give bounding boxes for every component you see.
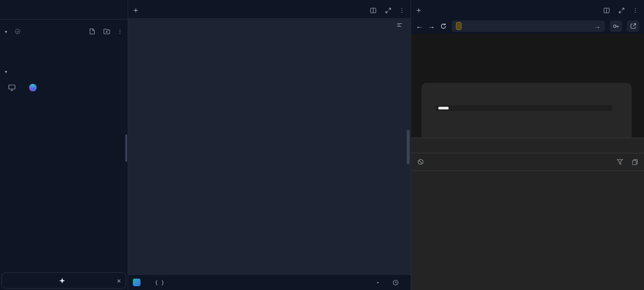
workspace-monitor-icon[interactable] [6, 81, 18, 94]
copy-icon[interactable] [631, 159, 638, 165]
upload-section [422, 83, 632, 138]
editor-menu-icon[interactable]: ⋮ [399, 7, 405, 14]
colorful-orb-icon[interactable] [27, 81, 39, 94]
sync-check-icon [14, 29, 21, 34]
url-host-chip[interactable] [456, 22, 462, 30]
new-tab-button[interactable]: + [411, 3, 426, 18]
split-view-icon[interactable] [370, 8, 377, 13]
history-clock-icon [392, 280, 399, 286]
files-menu-icon[interactable]: ⋮ [117, 28, 123, 35]
webview-pane: + ⋮ ← → → [411, 0, 644, 290]
join-replit-core-button[interactable]: × [1, 272, 126, 289]
ai-icon[interactable] [133, 279, 141, 286]
sidebar: ▾ ⋮ ▾ [0, 0, 128, 290]
console-prompt[interactable] [411, 276, 644, 290]
star-icon [59, 278, 66, 284]
console-log [411, 171, 644, 276]
console-filterbar [411, 153, 644, 171]
open-in-new-tab-button[interactable] [627, 20, 639, 32]
recent-tools [6, 81, 123, 94]
devtools-key-button[interactable] [610, 20, 622, 32]
search-input[interactable] [0, 6, 128, 13]
forward-icon[interactable]: → [428, 22, 435, 30]
files-header: ▾ ⋮ [0, 23, 128, 40]
devtools-tabs [411, 138, 644, 153]
code-editor[interactable] [128, 32, 411, 274]
webview-content [411, 34, 644, 138]
webview-menu-icon[interactable]: ⋮ [633, 7, 638, 14]
format-icon [396, 22, 403, 28]
braces-icon: { } [155, 280, 164, 286]
breadcrumb [128, 18, 411, 32]
new-folder-icon[interactable] [103, 29, 110, 34]
separator-dot: • [377, 280, 379, 285]
sidebar-scrollbar[interactable] [125, 134, 127, 162]
tools-section: ▾ [0, 65, 128, 98]
expand-icon[interactable] [384, 8, 392, 13]
browser-toolbar: ← → → [411, 18, 644, 34]
new-tab-button[interactable]: + [128, 3, 143, 18]
clear-console-icon[interactable] [417, 159, 424, 165]
chevron-down-icon[interactable]: ▾ [5, 29, 7, 34]
devtools-panel [411, 138, 644, 290]
filter-funnel-icon[interactable] [616, 159, 624, 165]
search-row [0, 0, 128, 20]
editor-statusbar: { } • [128, 274, 411, 290]
refresh-icon[interactable] [440, 23, 447, 30]
format-button[interactable] [396, 22, 406, 28]
editor-scrollbar[interactable] [407, 130, 410, 164]
editor-tabbar: + ⋮ [128, 0, 411, 18]
expand-icon[interactable] [618, 8, 625, 13]
editor-pane: + ⋮ [128, 0, 411, 290]
replit-workspace: ▾ ⋮ ▾ [0, 0, 644, 290]
go-arrow-icon[interactable]: → [594, 22, 601, 30]
split-view-icon[interactable] [603, 8, 610, 13]
choose-file-button[interactable] [438, 107, 449, 110]
chevron-down-icon[interactable]: ▾ [5, 69, 7, 74]
webview-tabbar: + ⋮ [411, 0, 644, 18]
url-bar[interactable]: → [452, 20, 605, 32]
close-icon[interactable]: × [117, 277, 121, 285]
tools-header: ▾ [5, 65, 123, 78]
new-file-icon[interactable] [89, 28, 96, 35]
back-icon[interactable]: ← [416, 22, 423, 30]
file-input[interactable] [436, 105, 612, 111]
file-tree [0, 40, 128, 40]
